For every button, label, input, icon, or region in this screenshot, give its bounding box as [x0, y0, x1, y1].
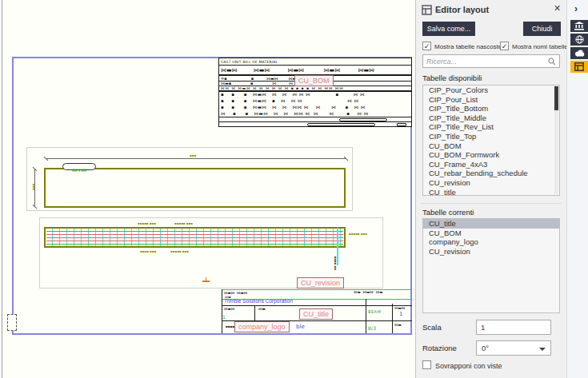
rebar-callout: ▪▪▪▪ ▪▪▪	[140, 249, 156, 253]
rebar-callout: ▪▪▪▪▪ ▪▪▪	[170, 249, 189, 253]
sheet-edge-marker	[7, 314, 17, 331]
titleblock-field-green: B/3	[368, 325, 376, 331]
overlay-views-checkbox[interactable]	[422, 360, 431, 369]
expand-panel-chevron[interactable]: ›	[574, 3, 578, 14]
library-button[interactable]	[570, 20, 588, 32]
available-item[interactable]: CU_BOM_Formwork	[423, 150, 559, 160]
available-tables-label: Tabelle disponibili	[422, 74, 482, 82]
web-button[interactable]	[570, 34, 588, 46]
logo-suffix-text: ble	[296, 324, 305, 330]
available-item[interactable]: CIP_Title_Middle	[423, 113, 559, 123]
titleblock-line	[254, 305, 255, 321]
rebar-side-bar	[337, 228, 338, 265]
available-item[interactable]: CIP_Pour_Colors	[423, 86, 559, 95]
rebar-side-text: ▪▪ ▪▪▪▪	[333, 256, 337, 270]
current-item[interactable]: company_logo	[423, 237, 559, 247]
part-mark-text: ▮▮▮ ▮ ▮▮▮	[72, 168, 86, 172]
current-tables-label: Tabelle correnti	[422, 208, 474, 217]
cloud-icon	[574, 50, 585, 57]
panel-title: Editor layout	[435, 5, 489, 14]
close-icon[interactable]: ✕	[554, 3, 561, 14]
bom-bar-row	[219, 122, 411, 127]
scrollbar-track[interactable]	[554, 86, 558, 194]
scrollbar-thumb[interactable]	[554, 86, 558, 110]
title-table-label[interactable]: CU_title	[299, 308, 333, 320]
available-tables-list: CIP_Pour_Colors CIP_Pour_List CIP_Title_…	[422, 85, 560, 196]
bom-table-title: CAST UNIT BILL OF MATERIAL	[219, 58, 411, 66]
bom-row: ▪ ▪ ▪ ⋈▬⋈ ⋈ ⋈ ⋈ ⋈ ⋈ ▪ ⋈ ⋈	[219, 92, 411, 98]
available-item[interactable]: CU_Frame_4xA3	[423, 160, 559, 169]
titleblock-line	[222, 289, 222, 333]
rebar-line-red	[46, 241, 343, 241]
search-input[interactable]	[426, 56, 546, 66]
rebar-line-red	[46, 237, 343, 238]
field-placeholder: ⋈▬⋈	[224, 307, 234, 311]
overlay-views-label: Sovrapponi con viste	[435, 362, 502, 370]
editor-layout-panel: Editor layout ✕ Salva come... Chiudi ✓ M…	[415, 0, 566, 378]
bar-shape	[397, 123, 406, 126]
side-toolbar: ›	[566, 0, 588, 378]
available-item[interactable]: CIP_Title_Rev_List	[423, 122, 559, 132]
close-button[interactable]: Chiudi	[523, 22, 561, 36]
bom-row: ⋈⋈ ⋈ ⋈▬⋈ ⋈ ⋈ ⋈ ⋈ ⋈ ⋈ ▪ ▪ ▪ ▪ ⋈ ⋈ ⋈⋈ ⋈⋈	[219, 86, 411, 92]
dimension-line	[46, 158, 346, 159]
titleblock-green-line	[222, 289, 412, 290]
current-item[interactable]: CU_BOM	[423, 229, 559, 238]
editor-layout-button[interactable]	[570, 61, 588, 73]
rotation-value: 0°	[482, 344, 489, 352]
available-item[interactable]: CU_revision	[423, 178, 559, 188]
bom-table-label[interactable]: CU_BOM	[294, 75, 334, 86]
available-item[interactable]: CIP_Pour_List	[423, 95, 559, 105]
field-placeholder: ⋈▬⋈	[394, 306, 405, 310]
scale-input[interactable]	[481, 322, 545, 332]
show-hidden-tables-checkbox[interactable]: ✓	[422, 42, 431, 50]
rebar-callout: ▪▪▪▪▪ ▪▪▪	[174, 221, 193, 225]
titleblock-line	[222, 305, 412, 306]
search-icon	[548, 58, 556, 66]
rebar-callout: ▪▪▪▪▪ ▪▪▪	[138, 221, 156, 225]
rebar-line-green	[46, 231, 343, 232]
panel-title-icon	[422, 5, 432, 15]
rebar-beam	[44, 227, 346, 248]
available-item[interactable]: CIP_Title_Bottom	[423, 104, 559, 113]
scale-field-box	[476, 320, 551, 335]
search-box	[422, 54, 560, 68]
logo-prefix-text: ▪▪▪▪	[226, 324, 234, 328]
rotation-dropdown[interactable]: 0°	[476, 340, 551, 356]
available-item[interactable]: CU_rebar_bending_schedule	[423, 169, 559, 178]
layout-icon	[574, 62, 584, 71]
scale-label: Scala	[422, 323, 442, 332]
titleblock-line	[366, 299, 366, 333]
dim-text-height: ▪▪▪	[31, 184, 35, 190]
bom-table-drawing: CAST UNIT BILL OF MATERIAL ⋈▬⋈ ⋈▬⋈ ⋈▬⋈ ⋈…	[218, 58, 412, 127]
globe-icon	[575, 35, 584, 44]
current-item[interactable]: CU_revision	[423, 247, 559, 257]
current-item[interactable]: CU_title	[423, 219, 559, 229]
bar-shape	[307, 123, 375, 126]
beam-outline	[44, 168, 346, 208]
bank-icon	[574, 22, 584, 30]
field-placeholder: ⋈▬	[258, 307, 266, 311]
rebar-line-red	[46, 234, 343, 235]
bom-row: ▪ ▪ ▪ ⋈▬⋈ ⋈ ⋈ ⋈⋈ ⋈ ⋈ ⋈ ▪ ⋈ ⋈	[219, 105, 411, 111]
part-mark-pill: ▮▮▮ ▮ ▮▮▮	[62, 163, 96, 170]
field-placeholder: ⋈▬ ⋈▬⋈ ⋈▬	[354, 290, 382, 294]
rotation-label: Rotazione	[422, 344, 457, 352]
available-item[interactable]: CU_BOM	[423, 141, 559, 151]
bar-shape	[339, 118, 387, 121]
revision-table-label[interactable]: CU_revision	[297, 277, 344, 288]
logo-table-label[interactable]: company_logo	[234, 321, 290, 332]
cloud-button[interactable]	[570, 47, 588, 59]
show-hidden-tables-label: Mostra tabelle nascoste	[434, 43, 502, 50]
show-table-names-checkbox[interactable]: ✓	[500, 42, 509, 50]
titleblock-field-green: 1	[222, 314, 226, 320]
company-name-text: Trimble Solutions Corporation	[224, 298, 293, 304]
available-item[interactable]: CIP_Title_Top	[423, 132, 559, 141]
available-item[interactable]: CU_title	[423, 188, 559, 196]
current-tables-list: CU_title CU_BOM company_logo CU_revision	[422, 218, 560, 313]
show-table-names-label: Mostra nomi tabelle	[512, 43, 568, 50]
dim-text-length: ▪▪▪	[190, 153, 196, 157]
section-mark	[202, 277, 210, 282]
titleblock-line	[392, 304, 393, 333]
save-as-button[interactable]: Salva come...	[422, 22, 475, 36]
